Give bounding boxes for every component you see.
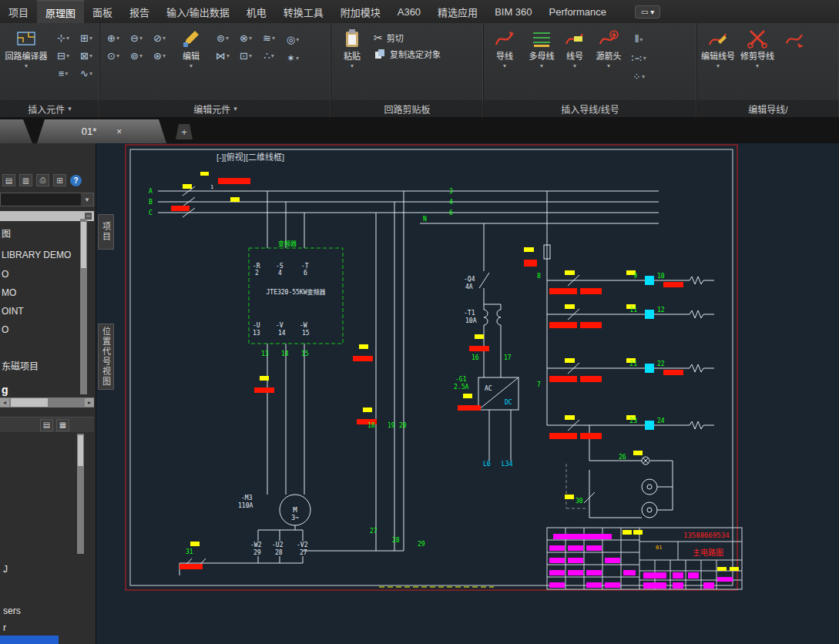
chevron-down-icon[interactable]: ▼	[81, 193, 93, 206]
small-tool-icon[interactable]: ⊘▾	[149, 30, 169, 45]
refresh-icon[interactable]: ⊞	[53, 174, 66, 186]
small-tool-icon[interactable]: ⊹▾	[53, 30, 73, 45]
highlight-mark	[553, 534, 612, 539]
small-tool-icon[interactable]: ⊟▾	[53, 48, 73, 63]
highlight-mark	[254, 387, 274, 393]
small-tool-icon[interactable]: ◎▾	[283, 32, 303, 47]
ribbon-tab-bim360[interactable]: BIM 360	[486, 0, 540, 23]
print-icon[interactable]: ⎙	[36, 174, 49, 186]
schematic-label: 3	[449, 188, 453, 195]
wire-button[interactable]: 导线 ▾	[487, 25, 522, 69]
schematic-label: 15	[302, 330, 310, 337]
small-tool-icon[interactable]: ⊖▾	[126, 30, 146, 45]
tree-vertical-scrollbar[interactable]	[80, 219, 87, 394]
ribbon-tab-electromechanical[interactable]: 机电	[238, 0, 275, 23]
small-tool-icon[interactable]: ≋▾	[259, 30, 279, 45]
small-tool-icon[interactable]: ⊜▾	[213, 30, 233, 45]
tree-item[interactable]: OINT	[2, 306, 24, 317]
tree-horizontal-scrollbar[interactable]: ◂ ▸	[0, 397, 94, 408]
new-project-icon[interactable]: ▤	[2, 174, 15, 186]
clipped-tool-button[interactable]	[779, 25, 810, 50]
palette-tab-location-view[interactable]: 位置代号视图	[98, 324, 114, 390]
schematic-label: 27	[300, 549, 307, 556]
small-tool-icon[interactable]: ⊚▾	[126, 48, 146, 63]
new-tab-button[interactable]: +	[176, 124, 193, 139]
list-item[interactable]: r	[3, 622, 6, 633]
drawing-canvas[interactable]: ABC1346N变频器-R2-S4-T6JTE320-55KW变频器-U13-V…	[96, 119, 839, 644]
tree-item-selected[interactable]: g	[2, 384, 8, 396]
ribbon-panel-insert-wires: 导线 ▾ 多母线 ▾ 线号 ▾	[484, 23, 697, 117]
small-tool-icon[interactable]: ⊞▾	[76, 30, 96, 45]
dropdown-arrow-icon: ▾	[756, 62, 759, 69]
panel-label-insert-wires[interactable]: 插入导线/线号	[484, 100, 696, 117]
small-tool-icon[interactable]: ⊛▾	[149, 48, 169, 63]
small-tool-icon[interactable]: ⦀▾	[629, 32, 649, 47]
dropdown-arrow-icon: ▾	[351, 62, 354, 69]
edit-wire-number-button[interactable]: 编辑线号 ▾	[700, 25, 736, 69]
help-icon[interactable]: ?	[70, 175, 82, 186]
open-project-icon[interactable]: ▥	[19, 174, 32, 186]
schematic-label: 4	[449, 199, 453, 206]
tree-item[interactable]: LIBRARY DEMO	[2, 250, 71, 260]
palette-tab-project[interactable]: 项目	[98, 214, 114, 250]
ribbon-tab-conversion-tools[interactable]: 转换工具	[275, 0, 332, 23]
highlight-mark	[230, 197, 240, 202]
panel-label-edit-wires[interactable]: 编辑导线/	[697, 100, 839, 117]
document-tab-01[interactable]: 01* ×	[37, 119, 166, 143]
screen-widget-icon[interactable]: ▭ ▾	[635, 5, 660, 18]
tree-item[interactable]: 图	[2, 226, 11, 240]
small-tool-icon[interactable]: ✶▾	[283, 50, 303, 65]
document-tab-partial[interactable]	[0, 119, 32, 143]
doc-list-icon[interactable]: ▦	[56, 419, 69, 431]
small-tool-icon[interactable]: ⊡▾	[236, 48, 256, 63]
ribbon-tab-project[interactable]: 项目	[0, 0, 37, 23]
ribbon-tab-io-data[interactable]: 输入/输出数据	[158, 0, 238, 23]
ribbon-tab-a360[interactable]: A360	[389, 0, 429, 23]
circuit-builder-button[interactable]: 回路编译器 ▾	[3, 25, 49, 69]
tree-item[interactable]: O	[2, 324, 8, 335]
tree-item[interactable]: MO	[2, 287, 16, 298]
highlight-mark	[524, 260, 537, 267]
tree-item[interactable]: 东磁项目	[2, 359, 39, 372]
ribbon-tab-reports[interactable]: 报告	[121, 0, 158, 23]
ribbon-tab-addins[interactable]: 附加模块	[332, 0, 389, 23]
ribbon-tab-performance[interactable]: Performance	[541, 0, 615, 23]
copy-selected-button[interactable]: 复制选定对象	[374, 48, 441, 60]
trim-wire-button[interactable]: 修剪导线 ▾	[740, 25, 775, 69]
small-tool-icon[interactable]: ∴▾	[259, 48, 279, 63]
paste-button[interactable]: 粘贴 ▾	[334, 25, 370, 69]
highlight-mark	[633, 451, 643, 455]
ribbon-tab-panel[interactable]: 面板	[84, 0, 121, 23]
ribbon-tab-featured-apps[interactable]: 精选应用	[429, 0, 486, 23]
panel-label-circuit-clipboard[interactable]: 回路剪贴板	[331, 100, 483, 117]
small-tool-icon[interactable]: ∶∹▾	[629, 50, 649, 65]
cut-button[interactable]: ✂ 剪切	[374, 32, 441, 44]
project-filter-combobox[interactable]: ▼	[0, 193, 94, 206]
secondary-vertical-scrollbar[interactable]	[77, 434, 84, 554]
edit-component-button[interactable]: 编辑 ▾	[173, 25, 209, 69]
highlight-mark	[663, 282, 683, 287]
dropdown-arrow-icon: ▾	[607, 62, 610, 69]
schematic-label: 7	[537, 381, 541, 388]
source-arrow-button[interactable]: 源箭头 ▾	[592, 25, 625, 69]
small-tool-icon[interactable]: ⁘▾	[629, 69, 649, 84]
small-tool-icon[interactable]: ∿▾	[76, 65, 96, 81]
list-item[interactable]: J	[3, 564, 8, 575]
multi-bus-button[interactable]: 多母线 ▾	[526, 25, 557, 69]
close-icon[interactable]: ×	[116, 126, 122, 137]
small-tool-icon[interactable]: ⋈▾	[213, 48, 233, 63]
small-tool-icon[interactable]: ⊗▾	[236, 30, 256, 45]
small-tool-icon[interactable]: ⊕▾	[103, 30, 123, 45]
panel-label-insert-component[interactable]: 插入元件 ▾	[0, 100, 99, 117]
circuit-builder-icon	[15, 27, 38, 50]
small-tool-icon[interactable]: ≡▾	[53, 65, 73, 81]
list-item[interactable]: sers	[3, 605, 21, 616]
small-tool-icon[interactable]: ⊙▾	[103, 48, 123, 63]
tree-item[interactable]: O	[2, 269, 8, 280]
viewport-controls-label[interactable]: [-][俯视][二维线框]	[216, 150, 284, 163]
doc-icon[interactable]: ▤	[40, 419, 53, 431]
panel-label-edit-component[interactable]: 编辑元件 ▾	[100, 100, 331, 117]
ribbon-tab-schematic[interactable]: 原理图	[37, 0, 84, 23]
wire-number-button[interactable]: 线号 ▾	[561, 25, 589, 69]
small-tool-icon[interactable]: ⊠▾	[76, 48, 96, 63]
